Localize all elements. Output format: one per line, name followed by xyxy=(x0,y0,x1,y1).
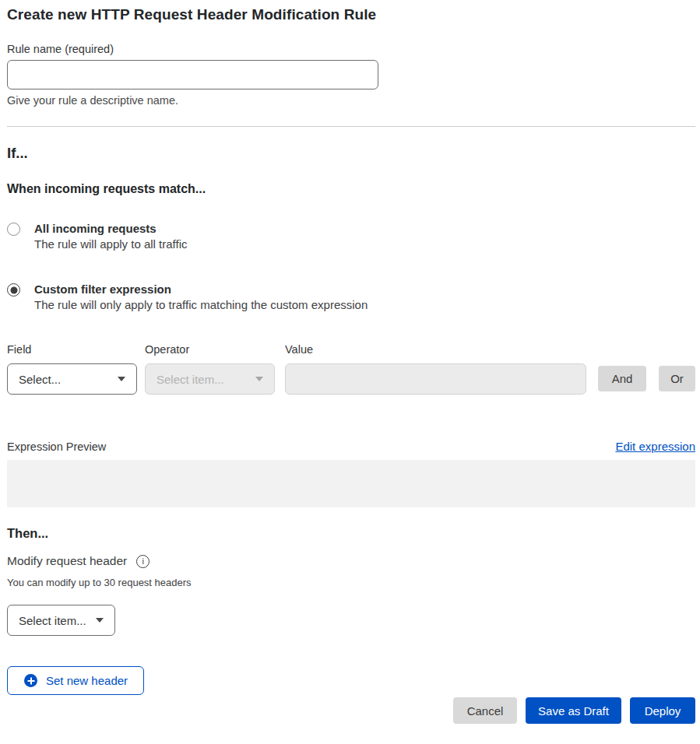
radio-custom-filter-label[interactable]: Custom filter expression xyxy=(34,283,368,296)
match-options-group: All incoming requests The rule will appl… xyxy=(7,222,695,311)
radio-custom-filter-description: The rule will only apply to traffic matc… xyxy=(34,298,368,311)
edit-expression-link[interactable]: Edit expression xyxy=(615,440,695,453)
option-all-incoming-requests[interactable]: All incoming requests The rule will appl… xyxy=(7,222,695,251)
operator-column: Operator Select item... xyxy=(145,343,275,395)
expression-preview-row: Expression Preview Edit expression xyxy=(7,440,695,453)
chevron-down-icon xyxy=(118,377,125,381)
expression-preview-box xyxy=(7,460,695,507)
page-title: Create new HTTP Request Header Modificat… xyxy=(7,6,695,23)
expression-builder-row: Field Select... Operator Select item... … xyxy=(7,343,695,395)
section-divider xyxy=(7,126,695,127)
header-item-select-value: Select item... xyxy=(19,614,86,627)
plus-icon xyxy=(24,674,37,687)
option-custom-filter-expression[interactable]: Custom filter expression The rule will o… xyxy=(7,283,695,311)
operator-select-value: Select item... xyxy=(157,373,224,386)
info-icon[interactable]: i xyxy=(136,555,149,568)
value-column: Value xyxy=(285,343,586,395)
and-button[interactable]: And xyxy=(598,366,646,391)
field-label: Field xyxy=(7,343,137,356)
footer-actions: Cancel Save as Draft Deploy xyxy=(7,697,695,739)
radio-custom-filter-texts: Custom filter expression The rule will o… xyxy=(34,283,368,311)
save-as-draft-button[interactable]: Save as Draft xyxy=(526,697,621,724)
radio-all-incoming-icon[interactable] xyxy=(7,223,20,236)
cancel-button[interactable]: Cancel xyxy=(453,697,517,724)
create-rule-form: Create new HTTP Request Header Modificat… xyxy=(0,0,700,739)
radio-all-incoming-description: The rule will apply to all traffic xyxy=(34,237,187,251)
field-column: Field Select... xyxy=(7,343,137,395)
modify-header-row: Modify request header i xyxy=(7,554,695,568)
chevron-down-icon xyxy=(96,618,104,623)
field-select-value: Select... xyxy=(19,373,61,386)
modify-header-helper: You can modify up to 30 request headers xyxy=(7,577,695,588)
rule-name-input[interactable] xyxy=(7,60,378,89)
radio-all-incoming-label[interactable]: All incoming requests xyxy=(34,222,187,235)
or-button[interactable]: Or xyxy=(659,366,695,391)
operator-label: Operator xyxy=(145,343,275,356)
operator-select: Select item... xyxy=(145,363,275,395)
field-select[interactable]: Select... xyxy=(7,363,137,395)
if-heading: If... xyxy=(7,145,695,162)
set-new-header-button[interactable]: Set new header xyxy=(7,666,144,695)
value-input xyxy=(285,363,586,395)
deploy-button[interactable]: Deploy xyxy=(630,697,695,724)
radio-custom-filter-icon[interactable] xyxy=(7,283,20,297)
header-item-select[interactable]: Select item... xyxy=(7,605,115,636)
set-new-header-label: Set new header xyxy=(46,674,128,687)
expression-preview-label: Expression Preview xyxy=(7,440,106,453)
modify-header-label: Modify request header xyxy=(7,554,127,568)
then-heading: Then... xyxy=(7,526,695,541)
match-subheading: When incoming requests match... xyxy=(7,182,695,196)
rule-name-helper: Give your rule a descriptive name. xyxy=(7,94,695,107)
value-label: Value xyxy=(285,343,586,356)
chevron-down-icon xyxy=(255,377,263,381)
radio-all-incoming-texts: All incoming requests The rule will appl… xyxy=(34,222,187,251)
rule-name-label: Rule name (required) xyxy=(7,43,695,55)
